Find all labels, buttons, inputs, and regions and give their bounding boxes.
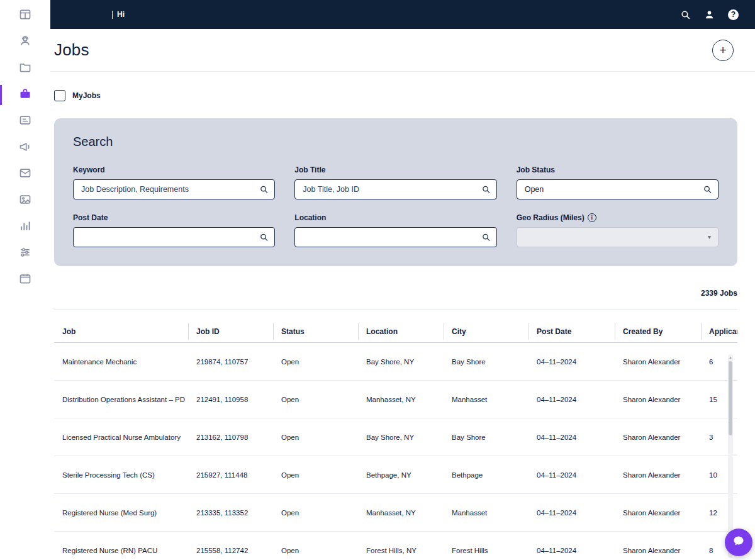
sidebar-item-announcements[interactable] bbox=[0, 135, 50, 161]
sidebar-item-messages[interactable] bbox=[0, 161, 50, 188]
search-panel: Search Keyword Job Title bbox=[54, 118, 737, 266]
location-cell: Manhasset, NY bbox=[358, 509, 444, 517]
job-id-cell: 215558, 112742 bbox=[188, 547, 273, 554]
post-date-cell: 04–11–2024 bbox=[528, 509, 615, 517]
job-status-label: Job Status bbox=[517, 165, 719, 174]
section-divider bbox=[54, 310, 737, 310]
job-id-cell: 219874, 110757 bbox=[188, 358, 273, 366]
table-row[interactable]: Registered Nurse (Med Surg) 213335, 1133… bbox=[54, 494, 737, 532]
scrollbar-thumb[interactable] bbox=[729, 361, 732, 435]
job-status-input[interactable] bbox=[517, 179, 719, 199]
table-row[interactable]: Licensed Practical Nurse Ambulatory 2131… bbox=[54, 418, 737, 456]
job-id-cell: 212491, 110958 bbox=[188, 396, 273, 403]
city-cell: Bay Shore bbox=[444, 434, 528, 441]
sidebar-item-media[interactable] bbox=[0, 188, 50, 214]
post-date-cell: 04–11–2024 bbox=[528, 547, 615, 554]
status-cell: Open bbox=[273, 434, 358, 441]
sidebar-item-folders[interactable] bbox=[0, 55, 50, 82]
post-date-cell: 04–11–2024 bbox=[528, 358, 615, 366]
created-by-cell: Sharon Alexander bbox=[615, 434, 701, 441]
table-row[interactable]: Sterile Processing Tech (CS) 215927, 111… bbox=[54, 456, 737, 494]
chat-icon bbox=[732, 535, 745, 550]
job-title-input[interactable] bbox=[294, 179, 496, 199]
brand: Hi bbox=[112, 10, 125, 19]
post-date-label: Post Date bbox=[73, 213, 275, 222]
card-icon bbox=[19, 114, 31, 129]
column-header-status[interactable]: Status bbox=[273, 320, 358, 342]
post-date-field-group: Post Date bbox=[73, 213, 275, 247]
page-title: Jobs bbox=[54, 40, 89, 60]
created-by-cell: Sharon Alexander bbox=[615, 358, 701, 366]
job-cell[interactable]: Registered Nurse (RN) PACU bbox=[54, 547, 188, 554]
myjobs-filter: MyJobs bbox=[54, 90, 755, 101]
job-status-field-group: Job Status bbox=[517, 165, 719, 199]
city-cell: Forest Hills bbox=[444, 547, 528, 554]
job-cell[interactable]: Licensed Practical Nurse Ambulatory bbox=[54, 434, 188, 441]
sidebar-item-postings[interactable] bbox=[0, 108, 50, 135]
column-header-job[interactable]: Job bbox=[54, 320, 188, 342]
created-by-cell: Sharon Alexander bbox=[615, 396, 701, 403]
search-icon[interactable] bbox=[680, 9, 691, 20]
chat-button[interactable] bbox=[725, 529, 752, 556]
column-header-created-by[interactable]: Created By bbox=[615, 320, 701, 342]
job-title-field-group: Job Title bbox=[294, 165, 496, 199]
calendar-icon bbox=[19, 272, 31, 288]
sidebar-item-reports[interactable] bbox=[0, 214, 50, 240]
scroll-up-icon[interactable]: ▲ bbox=[728, 354, 733, 361]
main-area: Hi ? Jobs + MyJobs Search bbox=[50, 0, 755, 560]
table-row[interactable]: Maintenance Mechanic 219874, 110757 Open… bbox=[54, 343, 737, 381]
user-icon[interactable] bbox=[704, 9, 715, 20]
add-job-button[interactable]: + bbox=[712, 40, 734, 61]
dashboard-icon bbox=[19, 8, 31, 23]
column-header-job-id[interactable]: Job ID bbox=[188, 320, 273, 342]
created-by-cell: Sharon Alexander bbox=[615, 471, 701, 479]
job-id-cell: 213162, 110798 bbox=[188, 434, 273, 441]
geo-radius-label-text: Geo Radius (Miles) bbox=[517, 213, 584, 222]
location-cell: Bethpage, NY bbox=[358, 471, 444, 479]
location-cell: Forest Hills, NY bbox=[358, 547, 444, 554]
job-cell[interactable]: Registered Nurse (Med Surg) bbox=[54, 509, 188, 517]
sidebar-item-filters[interactable] bbox=[0, 240, 50, 267]
location-input[interactable] bbox=[294, 227, 496, 247]
page-content: Jobs + MyJobs Search Keyword bbox=[50, 29, 755, 560]
table-scrollbar[interactable]: ▲ bbox=[728, 354, 733, 558]
megaphone-icon bbox=[19, 140, 31, 155]
sidebar-item-jobs[interactable] bbox=[0, 82, 50, 108]
info-icon[interactable]: i bbox=[588, 213, 596, 222]
city-cell: Manhasset bbox=[444, 396, 528, 403]
column-header-location[interactable]: Location bbox=[358, 320, 444, 342]
column-header-city[interactable]: City bbox=[444, 320, 528, 342]
job-cell[interactable]: Distribution Operations Assistant – PD bbox=[54, 396, 188, 403]
myjobs-checkbox[interactable] bbox=[54, 90, 65, 101]
geo-radius-select[interactable]: ▾ bbox=[517, 227, 719, 247]
briefcase-icon bbox=[19, 87, 31, 103]
table-row[interactable]: Distribution Operations Assistant – PD 2… bbox=[54, 381, 737, 418]
status-cell: Open bbox=[273, 471, 358, 479]
mail-icon bbox=[19, 167, 31, 182]
job-cell[interactable]: Maintenance Mechanic bbox=[54, 358, 188, 366]
city-cell: Bethpage bbox=[444, 471, 528, 479]
results-count: 2339 Jobs bbox=[54, 289, 737, 298]
post-date-input[interactable] bbox=[73, 227, 275, 247]
column-header-post-date[interactable]: Post Date bbox=[528, 320, 615, 342]
job-id-cell: 213335, 113352 bbox=[188, 509, 273, 517]
keyword-field-group: Keyword bbox=[73, 165, 275, 199]
column-header-applicants[interactable]: Applicants bbox=[701, 320, 737, 342]
location-cell: Manhasset, NY bbox=[358, 396, 444, 403]
post-date-cell: 04–11–2024 bbox=[528, 396, 615, 403]
headset-person-icon bbox=[19, 35, 31, 50]
page-header: Jobs + bbox=[50, 29, 755, 72]
city-cell: Manhasset bbox=[444, 509, 528, 517]
table-row[interactable]: Registered Nurse (RN) PACU 215558, 11274… bbox=[54, 532, 737, 560]
top-navbar: Hi ? bbox=[50, 0, 755, 29]
status-cell: Open bbox=[273, 358, 358, 366]
geo-radius-label: Geo Radius (Miles) i bbox=[517, 213, 719, 222]
sidebar-item-calendar[interactable] bbox=[0, 267, 50, 293]
image-icon bbox=[19, 193, 31, 208]
sidebar-item-people[interactable] bbox=[0, 29, 50, 55]
help-icon[interactable]: ? bbox=[728, 9, 739, 20]
app-screen: Hi ? Jobs + MyJobs Search bbox=[0, 0, 755, 560]
job-cell[interactable]: Sterile Processing Tech (CS) bbox=[54, 471, 188, 479]
sidebar-item-dashboard[interactable] bbox=[0, 3, 50, 29]
keyword-input[interactable] bbox=[73, 179, 275, 199]
